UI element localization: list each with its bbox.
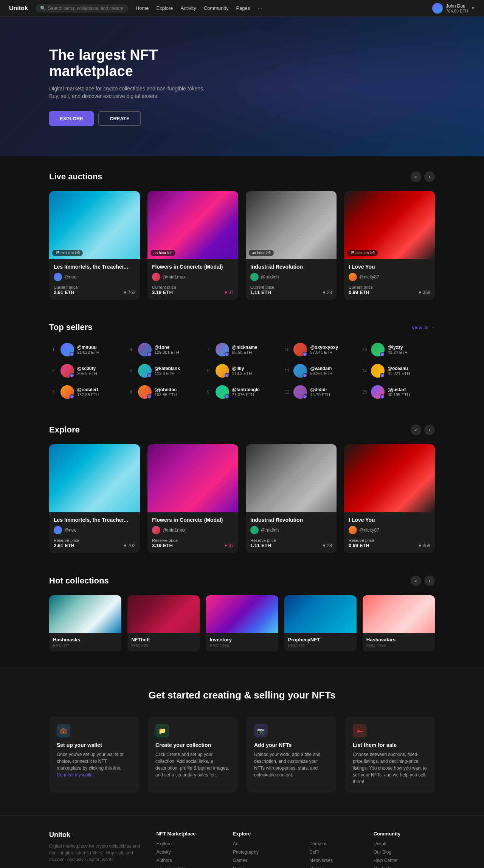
seller-item[interactable]: 9 ✓ @fantraingle 71.076 ETH <box>204 382 280 402</box>
seller-eth: 71.076 ETH <box>232 392 260 397</box>
footer-link[interactable]: Unitok <box>374 841 435 846</box>
collection-image <box>206 595 278 633</box>
explore-title: Explore <box>49 425 80 435</box>
footer-link[interactable]: Contacts <box>374 866 435 868</box>
verified-icon: ✓ <box>225 352 229 356</box>
nav-link-explore[interactable]: Explore <box>156 5 173 11</box>
heart-icon: ♥ <box>323 543 326 548</box>
seller-item[interactable]: 2 ✓ @sc00ty 205.8 ETH <box>49 361 125 381</box>
nav-link-home[interactable]: Home <box>136 5 149 11</box>
seller-item[interactable]: 13 ✓ @lyzzy 43.24 ETH <box>359 340 435 359</box>
nav-link-community[interactable]: Community <box>204 5 229 11</box>
author-name: @neo <box>64 274 76 280</box>
seller-name: @1one <box>155 345 179 350</box>
heart-icon: ♥ <box>124 290 126 295</box>
footer-link[interactable]: Help Center <box>374 858 435 863</box>
footer-link[interactable]: Music <box>233 866 294 868</box>
collection-card[interactable]: Hashavatars ERC-1155 <box>363 595 435 652</box>
explore-card[interactable]: I Love You @nicky87 Reserve price 0.99 E… <box>344 444 435 553</box>
footer-link[interactable]: Games <box>233 858 294 863</box>
card-likes: ♥ 358 <box>419 543 430 548</box>
collection-type: ERC-1155 <box>209 643 274 648</box>
footer-link[interactable]: Memes <box>309 866 358 868</box>
seller-item[interactable]: 5 ✓ @kateblank 113.3 ETH <box>127 361 203 381</box>
seller-item[interactable]: 6 ✓ @johndoe 108.88 ETH <box>127 382 203 402</box>
verified-icon: ✓ <box>380 373 385 378</box>
nav-link-activity[interactable]: Activity <box>181 5 196 11</box>
seller-name: @kateblank <box>155 366 180 371</box>
explore-nft-image <box>147 444 238 512</box>
price-value: 0.99 ETH <box>349 289 373 295</box>
footer-link[interactable]: Explore <box>156 841 217 846</box>
nav-user[interactable]: John Doe 784.89 ETH ▼ <box>432 3 475 14</box>
seller-rank: 5 <box>130 368 135 373</box>
footer-link[interactable]: Our Blog <box>374 849 435 855</box>
auction-card[interactable]: 15 minutes left Les Immortels, the Treac… <box>49 191 140 300</box>
seller-item[interactable]: 8 ✓ @lilly 113.3 ETH <box>204 361 280 381</box>
author-avatar <box>250 526 259 534</box>
auction-card[interactable]: an hour left Industrial Revolution @midi… <box>246 191 337 300</box>
footer-link[interactable]: Privacy Policy <box>156 866 217 868</box>
auction-card-author: @neo <box>54 273 135 281</box>
author-avatar <box>349 526 357 534</box>
nav-avatar <box>432 3 443 14</box>
sellers-grid: 1 ✓ @mnuuu 214.22 ETH 2 ✓ @sc00ty <box>49 340 435 402</box>
nav-more-icon[interactable]: ··· <box>258 5 262 11</box>
seller-item[interactable]: 1 ✓ @mnuuu 214.22 ETH <box>49 340 125 359</box>
collection-card[interactable]: ProphecyNFT ERC-721 <box>284 595 357 652</box>
live-auctions-prev-btn[interactable]: ‹ <box>411 171 421 182</box>
explore-prev-btn[interactable]: ‹ <box>411 425 421 435</box>
seller-item[interactable]: 4 ✓ @1one 129.301 ETH <box>127 340 203 359</box>
seller-name: @dididi <box>310 387 330 392</box>
collection-card[interactable]: Inventory ERC-1155 <box>206 595 278 652</box>
seller-item[interactable]: 15 ✓ @justart 40.195 ETH <box>359 382 435 402</box>
footer-link[interactable]: Authors <box>156 858 217 863</box>
hot-collections-next-btn[interactable]: › <box>424 576 435 586</box>
footer-link[interactable]: Photography <box>233 849 294 855</box>
footer-link[interactable]: DeFi <box>309 849 358 855</box>
likes-count: 37 <box>229 543 234 548</box>
heart-icon: ♥ <box>419 290 421 295</box>
view-all-link[interactable]: View all → <box>411 325 435 330</box>
collection-card[interactable]: Hashmasks ERC-721 <box>49 595 121 652</box>
seller-eth: 50.261 ETH <box>310 371 332 376</box>
seller-rank: 6 <box>130 389 135 395</box>
verified-icon: ✓ <box>70 373 74 378</box>
explore-card-title: Industrial Revolution <box>250 517 332 523</box>
explore-card[interactable]: Flowers in Concrete (Modal) @min1max Res… <box>147 444 238 553</box>
seller-item[interactable]: 14 ✓ @oceanu 41.221 ETH <box>359 361 435 381</box>
seller-item[interactable]: 10 ✓ @oxyoxyoxy 57.641 ETH <box>281 340 357 359</box>
footer-brand-desc: Digital marketplace for crypto collectib… <box>49 843 141 863</box>
collection-card[interactable]: NFTheft ERC-721 <box>127 595 200 652</box>
search-input[interactable] <box>48 6 124 11</box>
auction-card[interactable]: 15 minutes left I Love You @nicky87 Curr… <box>344 191 435 300</box>
explore-next-btn[interactable]: › <box>424 425 435 435</box>
author-avatar <box>54 526 62 534</box>
footer-link[interactable]: Domains <box>309 841 358 846</box>
seller-item[interactable]: 3 ✓ @redalert 137.85 ETH <box>49 382 125 402</box>
price-label: Current price <box>152 285 176 289</box>
nav-logo[interactable]: Unitok <box>9 5 28 12</box>
seller-name: @vandam <box>310 366 332 371</box>
step-link-1[interactable]: Connect my wallet. <box>57 772 95 778</box>
seller-eth: 205.8 ETH <box>77 371 97 376</box>
auction-nft-image <box>344 191 435 259</box>
explore-card[interactable]: Les Immortels, the Treacher... @neo Rese… <box>49 444 140 553</box>
footer-link[interactable]: Art <box>233 841 294 846</box>
likes-count: 358 <box>423 290 430 295</box>
seller-item[interactable]: 12 ✓ @dididi 44.79 ETH <box>281 382 357 402</box>
footer-link[interactable]: Metaverses <box>309 858 358 863</box>
author-name: @min1max <box>163 274 186 280</box>
footer-link[interactable]: Activity <box>156 849 217 855</box>
price-value: 1.11 ETH <box>250 289 275 295</box>
live-auctions-next-btn[interactable]: › <box>424 171 435 182</box>
hot-collections-prev-btn[interactable]: ‹ <box>411 576 421 586</box>
explore-button[interactable]: EXPLORE <box>49 111 94 126</box>
seller-rank: 3 <box>52 389 57 395</box>
seller-item[interactable]: 11 ✓ @vandam 50.261 ETH <box>281 361 357 381</box>
create-button[interactable]: CREATE <box>98 111 141 126</box>
seller-item[interactable]: 7 ✓ @nickname 88.58 ETH <box>204 340 280 359</box>
auction-card[interactable]: an hour left Flowers in Concrete (Modal)… <box>147 191 238 300</box>
explore-card[interactable]: Industrial Revolution @midinh Reserve pr… <box>246 444 337 553</box>
nav-link-pages[interactable]: Pages <box>236 5 250 11</box>
